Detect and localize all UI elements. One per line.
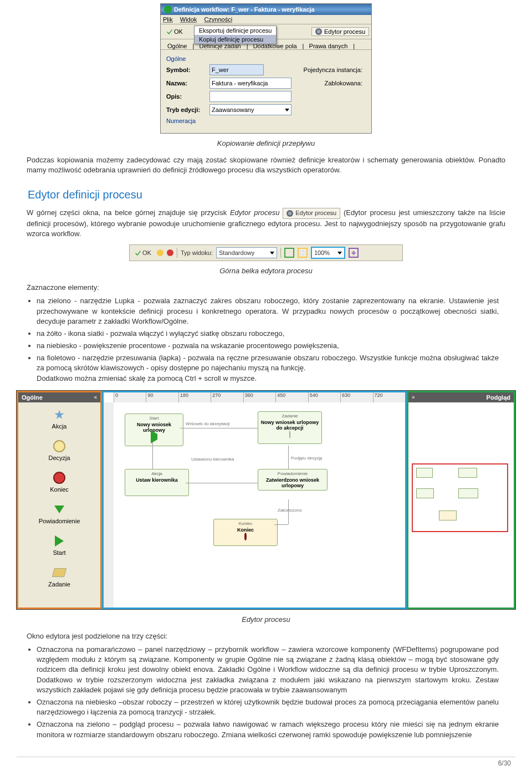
node-title: Zatwierdzono wniosek urlopowy bbox=[259, 477, 326, 488]
bullet-list-1: na zielono - narzędzie Lupka - pozwala z… bbox=[37, 296, 499, 384]
disc-icon[interactable] bbox=[167, 249, 173, 256]
node-akcja[interactable]: Akcja Ustaw kierownika bbox=[125, 469, 189, 496]
bullet-list-2: Oznaczona na pomarańczowo – panel narzęd… bbox=[37, 645, 499, 740]
footer-rule bbox=[17, 757, 515, 757]
tryb-select[interactable]: Zaawansowany bbox=[209, 104, 291, 115]
star-icon bbox=[54, 410, 64, 420]
check-icon bbox=[167, 29, 172, 34]
paragraph-4: Okno edytora jest podzielone na trzy czę… bbox=[27, 631, 505, 641]
node-type: Powiadomienie bbox=[278, 471, 308, 476]
palette-label: Zadanie bbox=[48, 581, 70, 588]
palette-label: Start bbox=[53, 549, 65, 556]
connector-label: Zakończono bbox=[278, 508, 302, 513]
chevron-down-icon bbox=[337, 252, 342, 254]
typ-widoku-select[interactable]: Standardowy bbox=[216, 247, 277, 258]
palette-item-start[interactable]: Start bbox=[18, 529, 100, 560]
node-koniec[interactable]: Koniec Koniec bbox=[213, 519, 278, 546]
form-area: Ogólne Symbol: Pojedyncza instancja: Naz… bbox=[161, 50, 371, 133]
notify-icon bbox=[54, 506, 64, 513]
node-type: Start bbox=[150, 416, 159, 421]
nazwa-input[interactable] bbox=[209, 78, 291, 89]
editor-composite: Ogólne « Akcja Decyzja Koniec Powiadomie… bbox=[16, 390, 516, 610]
palette-item-akcja[interactable]: Akcja bbox=[18, 402, 100, 434]
editor-process-button[interactable]: Edytor procesu bbox=[311, 27, 369, 36]
palette-item-decyzja[interactable]: Decyzja bbox=[18, 434, 100, 466]
grid-toggle-icon[interactable] bbox=[298, 248, 308, 258]
workflow-definition-window: Definicja workflow: F_wer - Faktura - we… bbox=[160, 3, 372, 134]
node-type: Akcja bbox=[151, 471, 162, 476]
chevron-left-icon[interactable]: « bbox=[94, 394, 97, 400]
groupbox-ogolne: Ogólne bbox=[166, 55, 366, 62]
pan-tool-icon[interactable]: ✥ bbox=[349, 248, 359, 258]
menu-plik[interactable]: Plik bbox=[163, 16, 173, 23]
preview-panel: » Podgląd bbox=[407, 391, 515, 609]
ruler-tick: 450 bbox=[275, 392, 308, 402]
chevron-down-icon bbox=[285, 109, 289, 111]
workspace[interactable]: 0 90 180 270 360 450 540 630 720 Start N… bbox=[102, 391, 407, 609]
mini-node bbox=[416, 488, 434, 498]
menu-widok[interactable]: Widok bbox=[180, 16, 197, 23]
ruler-vertical bbox=[104, 402, 114, 608]
toolbar-dropdown[interactable]: Eksportuj definicje procesu Kopiuj defin… bbox=[194, 25, 277, 44]
connector bbox=[180, 428, 258, 428]
pojedyncza-label: Pojedyncza instancja: bbox=[304, 67, 366, 73]
list-item: na fioletowo - narzędzie przesuwania (ła… bbox=[37, 353, 499, 384]
palette-label: Powiadomienie bbox=[39, 518, 80, 524]
ok-button[interactable]: OK bbox=[133, 249, 154, 257]
tool-panel-header: Ogólne « bbox=[18, 392, 100, 402]
dropdown-export[interactable]: Eksportuj definicje procesu bbox=[195, 26, 276, 35]
dropdown-copy[interactable]: Kopiuj definicję procesu bbox=[195, 35, 276, 44]
opis-input[interactable] bbox=[209, 91, 291, 102]
ok-button[interactable]: OK bbox=[163, 27, 187, 37]
inline-editor-button[interactable]: Edytor procesu bbox=[283, 208, 340, 218]
node-powiadomienie[interactable]: Powiadomienie Zatwierdzono wniosek urlop… bbox=[258, 469, 328, 491]
palette-item-koniec[interactable]: Koniec bbox=[18, 466, 100, 497]
disc-icon[interactable] bbox=[157, 249, 163, 256]
tryb-label: Tryb edycji: bbox=[166, 106, 209, 113]
chevron-right-icon[interactable]: » bbox=[412, 394, 415, 400]
tab-ogolne[interactable]: Ogólne bbox=[164, 42, 190, 50]
symbol-input[interactable] bbox=[209, 64, 264, 75]
list-item: na zielono - narzędzie Lupka - pozwala z… bbox=[37, 296, 499, 326]
mini-node bbox=[458, 468, 477, 478]
mini-node bbox=[458, 488, 478, 498]
list-item: na żółto - ikona siatki - pozwala włączy… bbox=[37, 329, 499, 339]
gear-icon bbox=[287, 210, 293, 217]
ok-label: OK bbox=[174, 28, 183, 35]
mini-node bbox=[439, 511, 457, 520]
node-type: Koniec bbox=[239, 521, 252, 526]
paragraph-3: Zaznaczone elementy: bbox=[27, 283, 505, 293]
play-icon bbox=[151, 430, 157, 443]
menu-czynnosci[interactable]: Czynności bbox=[204, 16, 232, 23]
palette-item-powiadomienie[interactable]: Powiadomienie bbox=[18, 497, 100, 529]
node-type: Zadanie bbox=[282, 414, 298, 418]
section-heading: Edytor definicji procesu bbox=[28, 188, 521, 201]
preview-title: Podgląd bbox=[487, 394, 510, 401]
typ-widoku-value: Standardowy bbox=[219, 249, 254, 256]
preview-header: » Podgląd bbox=[408, 392, 514, 402]
canvas[interactable]: Start Nowy wniosek urlopowy Zadanie Nowy… bbox=[114, 402, 405, 608]
node-start[interactable]: Start Nowy wniosek urlopowy bbox=[125, 414, 183, 446]
list-item: Oznaczona na pomarańczowo – panel narzęd… bbox=[37, 645, 499, 695]
connector-label: Podjęto decyzję bbox=[291, 456, 322, 461]
palette-item-zadanie[interactable]: Zadanie bbox=[18, 560, 100, 592]
connector bbox=[152, 442, 153, 469]
nazwa-label: Nazwa: bbox=[166, 80, 209, 86]
menubar[interactable]: Plik Widok Czynności bbox=[161, 15, 371, 24]
preview-canvas[interactable] bbox=[408, 402, 514, 608]
ruler-horizontal: 0 90 180 270 360 450 540 630 720 bbox=[114, 392, 405, 403]
zoom-input[interactable]: 100% bbox=[311, 247, 345, 259]
connector-label: Wniosek do akceptacji bbox=[186, 421, 230, 426]
zoom-tool-icon[interactable] bbox=[284, 248, 294, 258]
page-number: 6/30 bbox=[11, 759, 511, 767]
tab-prawa-danych[interactable]: Prawa danych bbox=[306, 42, 351, 50]
paragraph-2: W górnej części okna, na belce górnej zn… bbox=[27, 208, 505, 239]
palette-label: Decyzja bbox=[48, 455, 70, 461]
toolbar: OK Eksportuj definicje procesu Kopiuj de… bbox=[161, 24, 371, 39]
zablokowana-label: Zablokowana: bbox=[325, 80, 366, 86]
list-item: na niebiesko - powiększenie procentowe -… bbox=[37, 341, 499, 351]
node-zadanie[interactable]: Zadanie Nowy wniosek urlopowy do akcepcj… bbox=[258, 411, 322, 444]
typ-widoku-label: Typ widoku: bbox=[181, 249, 213, 256]
p2a: W górnej części okna, na belce górnej zn… bbox=[27, 209, 230, 217]
palette: Akcja Decyzja Koniec Powiadomienie Start… bbox=[18, 402, 100, 608]
